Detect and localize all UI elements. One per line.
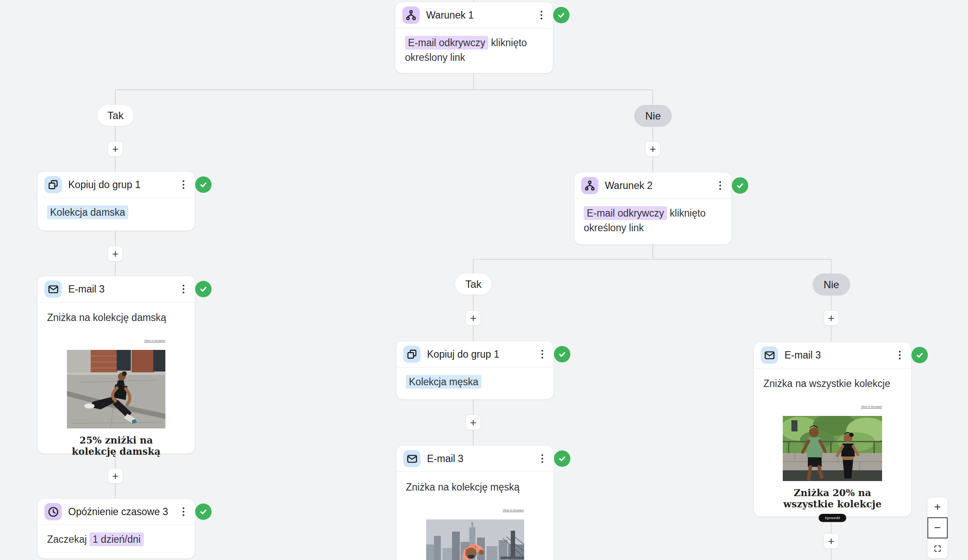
connector xyxy=(652,89,653,105)
email-subject: Zniżka na kolekcję męską xyxy=(406,480,544,494)
add-step-button[interactable]: + xyxy=(108,468,123,484)
check-icon xyxy=(557,11,566,19)
add-step-button[interactable]: + xyxy=(823,310,839,326)
check-icon xyxy=(736,181,744,190)
kebab-menu-button[interactable] xyxy=(181,178,186,192)
condition-value: E-mail odkrywczy xyxy=(584,206,667,220)
add-step-button[interactable]: + xyxy=(645,141,661,157)
node-condition-2[interactable]: Warunek 2 E-mail odkrywczy kliknięto okr… xyxy=(574,172,732,245)
flow-canvas[interactable]: Tak Nie Tak Nie + + + + + + + + Warunek … xyxy=(0,0,968,560)
clock-icon xyxy=(44,503,62,520)
node-title: Kopiuj do grup 1 xyxy=(68,179,174,191)
node-title: E-mail 3 xyxy=(785,349,891,361)
connector xyxy=(473,259,832,260)
node-email-left[interactable]: E-mail 3 Zniżka na kolekcję damską View … xyxy=(37,276,195,454)
node-title: Kopiuj do grup 1 xyxy=(427,349,533,360)
connector xyxy=(652,245,653,259)
node-title: E-mail 3 xyxy=(427,453,533,465)
add-step-button[interactable]: + xyxy=(108,141,123,157)
branch-label-no: Nie xyxy=(634,105,672,127)
group-value: Kolekcja męska xyxy=(406,375,481,389)
wait-value: 1 dzień/dni xyxy=(89,532,143,546)
email-preview: View in browser xyxy=(426,503,524,560)
email-cta-button: Sprawdź xyxy=(819,514,846,522)
condition-icon xyxy=(402,6,420,24)
status-ok-badge xyxy=(195,503,212,520)
copy-icon xyxy=(44,176,62,193)
node-title: E-mail 3 xyxy=(68,283,174,295)
connector xyxy=(115,89,653,90)
copy-icon xyxy=(403,346,421,363)
email-image-two-runners xyxy=(783,416,882,481)
email-icon xyxy=(761,346,778,364)
check-icon xyxy=(558,350,566,359)
status-ok-badge xyxy=(553,7,569,23)
status-ok-badge xyxy=(554,346,570,362)
view-in-browser-link: View in browser xyxy=(426,503,524,518)
view-in-browser-link: View in browser xyxy=(783,400,882,414)
check-icon xyxy=(199,507,208,516)
fullscreen-button[interactable] xyxy=(927,538,948,558)
node-title: Warunek 1 xyxy=(426,9,532,21)
connector xyxy=(473,73,474,90)
branch-label-text: Nie xyxy=(645,110,661,122)
node-condition-1[interactable]: Warunek 1 E-mail odkrywczy kliknięto okr… xyxy=(395,2,553,73)
email-subject: Zniżka na wszystkie kolekcje xyxy=(763,376,902,391)
view-in-browser-link: View in browser xyxy=(67,333,165,348)
zoom-controls: + − xyxy=(927,497,948,559)
status-ok-badge xyxy=(195,281,212,297)
branch-label-text: Tak xyxy=(465,278,481,290)
check-icon xyxy=(558,454,566,463)
branch-label-yes: Tak xyxy=(455,273,492,295)
branch-label-text: Nie xyxy=(823,279,839,291)
add-step-button[interactable]: + xyxy=(823,533,839,549)
kebab-menu-button[interactable] xyxy=(181,505,186,519)
condition-summary: E-mail odkrywczy kliknięto określony lin… xyxy=(395,28,553,72)
add-step-button[interactable]: + xyxy=(108,246,123,261)
check-icon xyxy=(915,351,924,359)
status-ok-badge xyxy=(554,450,570,467)
status-ok-badge xyxy=(732,177,748,194)
add-step-button[interactable]: + xyxy=(465,415,481,430)
branch-label-no: Nie xyxy=(813,274,850,296)
email-subject: Zniżka na kolekcję damską xyxy=(47,310,185,325)
group-value: Kolekcja damska xyxy=(47,205,128,219)
node-copy-to-groups-left[interactable]: Kopiuj do grup 1 Kolekcja damska xyxy=(37,171,195,231)
status-ok-badge xyxy=(911,347,928,363)
node-title: Opóźnienie czasowe 3 xyxy=(68,506,174,518)
connector xyxy=(473,259,474,273)
kebab-menu-button[interactable] xyxy=(181,282,186,296)
email-image-man-city xyxy=(426,519,524,560)
kebab-menu-button[interactable] xyxy=(540,452,545,466)
condition-summary: E-mail odkrywczy kliknięto określony lin… xyxy=(574,199,731,243)
branch-label-text: Tak xyxy=(108,110,123,122)
check-icon xyxy=(199,180,208,189)
kebab-menu-button[interactable] xyxy=(897,348,902,362)
check-icon xyxy=(199,285,208,293)
node-title: Warunek 2 xyxy=(605,180,711,192)
node-time-delay[interactable]: Opóźnienie czasowe 3 Zaczekaj 1 dzień/dn… xyxy=(37,498,195,559)
wait-label: Zaczekaj xyxy=(47,534,87,545)
condition-icon xyxy=(581,177,598,194)
connector xyxy=(115,89,116,105)
condition-value: E-mail odkrywczy xyxy=(405,36,488,50)
branch-label-yes: Tak xyxy=(97,104,134,126)
zoom-in-button[interactable]: + xyxy=(927,497,948,517)
kebab-menu-button[interactable] xyxy=(540,347,545,361)
email-caption: Zniżka 20% na wszystkie kolekcje xyxy=(783,487,882,510)
email-icon xyxy=(403,450,421,467)
status-ok-badge xyxy=(195,176,212,193)
kebab-menu-button[interactable] xyxy=(539,8,544,22)
add-step-button[interactable]: + xyxy=(465,310,481,326)
node-copy-to-groups-center[interactable]: Kopiuj do grup 1 Kolekcja męska xyxy=(396,341,554,400)
connector xyxy=(831,259,832,274)
node-email-right[interactable]: E-mail 3 Zniżka na wszystkie kolekcje Vi… xyxy=(753,342,911,517)
fullscreen-icon xyxy=(933,544,942,553)
email-caption: 25% zniżki na kolekcję damską xyxy=(67,434,165,457)
node-email-center[interactable]: E-mail 3 Zniżka na kolekcję męską View i… xyxy=(396,445,554,560)
email-preview: View in browser xyxy=(67,333,165,457)
zoom-out-button[interactable]: − xyxy=(927,517,948,538)
kebab-menu-button[interactable] xyxy=(718,179,723,192)
email-image-woman-stretching xyxy=(67,350,165,428)
email-icon xyxy=(44,280,62,298)
